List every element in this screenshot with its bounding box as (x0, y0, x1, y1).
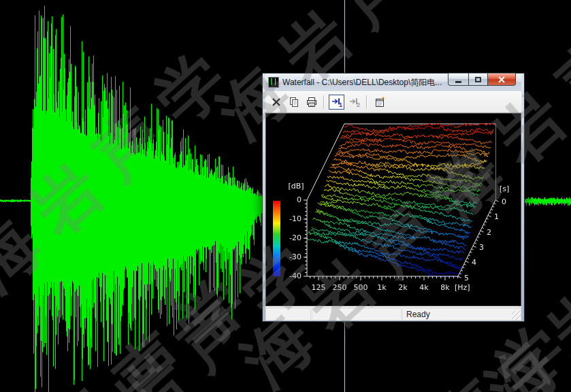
window-controls (448, 73, 516, 86)
status-pane (265, 308, 311, 321)
app-icon (268, 77, 279, 88)
toolbar: 1 2 (265, 91, 521, 113)
properties-button[interactable] (372, 95, 387, 110)
properties-icon (374, 97, 385, 108)
waterfall-window: Waterfall - C:\Users\DELL\Desktop\简阳电... (262, 73, 525, 322)
screen: Waterfall - C:\Users\DELL\Desktop\简阳电... (0, 0, 571, 392)
window-title: Waterfall - C:\Users\DELL\Desktop\简阳电... (282, 77, 442, 88)
import-1-label: 1 (339, 102, 342, 108)
waterfall-chart (266, 114, 521, 306)
plot-area (265, 113, 521, 306)
import-2-label: 2 (357, 102, 360, 108)
resize-grip[interactable] (512, 311, 521, 320)
toolbar-separator (366, 95, 368, 109)
close-button[interactable] (487, 73, 516, 86)
copy-icon (289, 97, 299, 108)
import-2-button[interactable]: 2 (346, 95, 362, 110)
toolbar-separator (323, 95, 325, 109)
title-bar[interactable]: Waterfall - C:\Users\DELL\Desktop\简阳电... (265, 74, 521, 91)
delete-icon (272, 97, 281, 107)
print-button[interactable] (304, 95, 319, 110)
status-text: Ready (402, 308, 521, 321)
close-icon (497, 76, 506, 84)
status-bar: Ready (265, 306, 521, 321)
print-icon (306, 97, 317, 108)
maximize-icon (475, 77, 481, 82)
status-pane (312, 308, 402, 321)
copy-button[interactable] (286, 95, 301, 110)
minimize-button[interactable] (448, 73, 468, 86)
delete-button[interactable] (268, 95, 284, 110)
maximize-button[interactable] (468, 73, 487, 86)
import-1-button[interactable]: 1 (329, 95, 344, 110)
minimize-icon (455, 81, 461, 83)
